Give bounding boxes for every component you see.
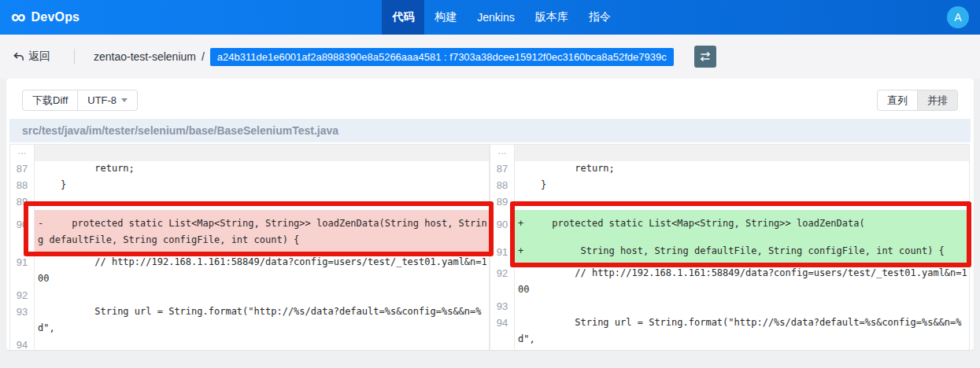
nav-item-build[interactable]: 构建 xyxy=(424,0,467,35)
encoding-label: UTF-8 xyxy=(87,94,116,106)
code-line xyxy=(515,298,969,315)
line-number: 87 xyxy=(490,160,515,177)
expand-lines-control[interactable]: ... xyxy=(490,145,515,160)
line-number: 91 xyxy=(490,237,515,265)
code-line: } xyxy=(35,177,489,193)
diff-row: 92 xyxy=(10,287,489,304)
diff-row: 87 return; xyxy=(490,160,969,177)
app-logo[interactable]: ∞ DevOps xyxy=(11,9,80,27)
diff-row: 91+ String host, String defaultFile, Str… xyxy=(490,237,969,265)
line-number: 93 xyxy=(490,298,515,315)
back-label: 返回 xyxy=(28,50,50,64)
line-number: 93 xyxy=(10,304,35,337)
diff-row: ... xyxy=(490,145,969,160)
code-line: String url = String.format("http://%s/da… xyxy=(515,315,969,348)
line-number: 92 xyxy=(10,287,35,304)
breadcrumb-repo[interactable]: zentao-test-selenium xyxy=(94,50,196,63)
code-line: // http://192.168.1.161:58849/data?confi… xyxy=(515,265,969,298)
line-number: 94 xyxy=(490,315,515,348)
diff-row: 94 String url = String.format("http://%s… xyxy=(490,315,969,348)
code-line: } xyxy=(515,177,969,193)
diff-panel-new: ...87 return;88 }8990+ protected static … xyxy=(490,144,970,350)
expand-lines-control[interactable]: ... xyxy=(10,145,35,160)
nav-item-command[interactable]: 指令 xyxy=(579,0,621,35)
swap-horizontal-icon xyxy=(699,50,712,63)
nav-item-jenkins[interactable]: Jenkins xyxy=(467,0,524,35)
back-button[interactable]: 返回 xyxy=(13,50,50,64)
diff-row: 93 String url = String.format("http://%s… xyxy=(10,304,489,337)
undo-arrow-icon xyxy=(13,51,24,63)
diff-row: 89 xyxy=(490,193,969,210)
divider xyxy=(74,49,75,64)
diff-card: 下载Diff UTF-8 直列 并排 src/test/java/im/test… xyxy=(6,79,974,350)
line-number: 88 xyxy=(490,177,515,193)
main-nav: 代码构建Jenkins版本库指令 xyxy=(382,0,620,35)
diff-row: ... xyxy=(10,145,489,160)
code-line xyxy=(515,348,969,350)
code-line xyxy=(35,287,489,304)
line-number: 89 xyxy=(490,193,515,210)
code-line: - protected static List<Map<String, Stri… xyxy=(35,210,489,254)
breadcrumb-separator: / xyxy=(202,50,205,63)
diff-row: 90+ protected static List<Map<String, St… xyxy=(490,210,969,237)
diff-row: 88 } xyxy=(490,177,969,193)
file-path-header[interactable]: src/test/java/im/tester/selenium/base/Ba… xyxy=(9,119,971,142)
diff-row: 91 // http://192.168.1.161:58849/data?co… xyxy=(10,254,489,287)
diff-row: 88 } xyxy=(10,177,489,193)
diff-row: 94 xyxy=(10,337,489,350)
view-inline-button[interactable]: 直列 xyxy=(877,90,918,111)
view-side-by-side-button[interactable]: 并排 xyxy=(917,90,958,111)
line-number: 91 xyxy=(10,254,35,287)
nav-item-repository[interactable]: 版本库 xyxy=(525,0,579,35)
code-line: return; xyxy=(515,160,969,177)
export-group: 下载Diff UTF-8 xyxy=(22,90,138,111)
avatar[interactable]: A xyxy=(947,6,969,28)
logo-text: DevOps xyxy=(31,10,80,24)
line-number: 92 xyxy=(490,265,515,298)
diff-panel-old: ...87 return;88 }8990- protected static … xyxy=(9,144,490,350)
diff-row: 87 return; xyxy=(10,160,489,177)
code-line xyxy=(515,193,969,210)
commit-range-chip: a24b311de1e6001af2a8988390e8a5266aaa4581… xyxy=(210,48,674,66)
encoding-dropdown[interactable]: UTF-8 xyxy=(77,90,138,111)
line-number: 89 xyxy=(10,193,35,210)
page: ∞ DevOps 代码构建Jenkins版本库指令 A 返回 zentao-te… xyxy=(0,0,980,368)
line-number: 95 xyxy=(490,348,515,350)
diff-row: 89 xyxy=(10,193,489,210)
breadcrumb-bar: 返回 zentao-test-selenium / a24b311de1e600… xyxy=(0,35,980,79)
line-number: 90 xyxy=(10,210,35,254)
diff-container: ...87 return;88 }8990- protected static … xyxy=(9,144,971,350)
code-line: String url = String.format("http://%s/da… xyxy=(35,304,489,337)
code-line xyxy=(35,193,489,210)
code-line: + protected static List<Map<String, Stri… xyxy=(515,210,969,237)
diff-row: 95 xyxy=(490,348,969,350)
view-mode-group: 直列 并排 xyxy=(877,90,958,111)
code-line xyxy=(35,337,489,350)
line-number: 87 xyxy=(10,160,35,177)
diff-row: 90- protected static List<Map<String, St… xyxy=(10,210,489,254)
caret-down-icon xyxy=(121,98,128,102)
diff-row: 93 xyxy=(490,298,969,315)
diff-toolbar: 下载Diff UTF-8 直列 并排 xyxy=(6,79,974,119)
code-line xyxy=(35,145,489,161)
infinity-icon: ∞ xyxy=(11,6,26,27)
code-line xyxy=(515,145,969,161)
download-diff-button[interactable]: 下载Diff xyxy=(22,90,78,111)
nav-item-code[interactable]: 代码 xyxy=(382,0,424,35)
line-number: 94 xyxy=(10,337,35,350)
line-number: 88 xyxy=(10,177,35,193)
line-number: 90 xyxy=(490,210,515,237)
code-line: return; xyxy=(35,160,489,177)
swap-commits-button[interactable] xyxy=(694,46,716,68)
code-line: // http://192.168.1.161:58849/data?confi… xyxy=(35,254,489,287)
diff-row: 92 // http://192.168.1.161:58849/data?co… xyxy=(490,265,969,298)
top-navbar: ∞ DevOps 代码构建Jenkins版本库指令 A xyxy=(0,0,980,35)
code-line: + String host, String defaultFile, Strin… xyxy=(515,237,969,265)
